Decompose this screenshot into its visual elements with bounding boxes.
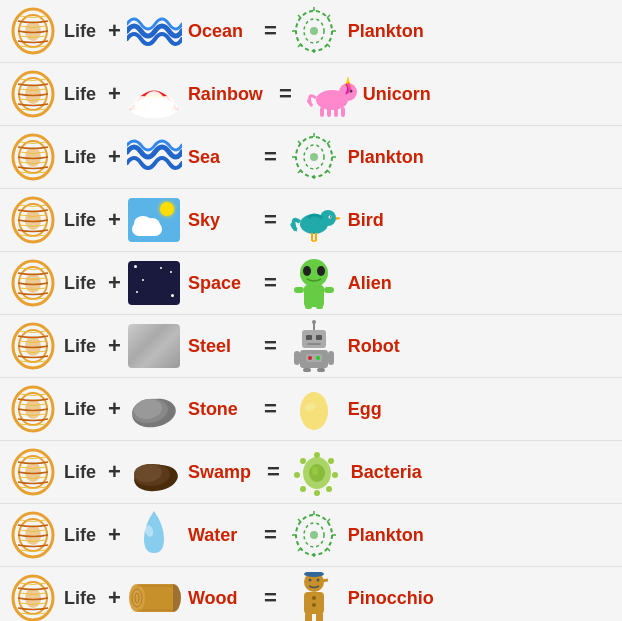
life-label-ocean: Life	[64, 21, 96, 42]
life-label-sky: Life	[64, 210, 96, 231]
life-icon-wood	[8, 573, 58, 621]
svg-line-40	[327, 141, 330, 144]
egg-icon	[287, 384, 342, 434]
svg-line-121	[327, 548, 330, 551]
row-rainbow: Life + Rainbow	[0, 63, 622, 126]
svg-point-73	[312, 320, 316, 324]
svg-point-54	[330, 216, 332, 218]
water-label: Water	[188, 525, 248, 546]
plankton-icon-1	[287, 6, 342, 56]
svg-point-138	[309, 579, 312, 582]
svg-line-44	[298, 170, 301, 173]
svg-rect-141	[307, 572, 321, 575]
plus-swamp: +	[108, 459, 121, 485]
svg-rect-29	[320, 107, 324, 117]
equals-sea: =	[264, 144, 277, 170]
plus-rainbow: +	[108, 81, 121, 107]
life-label-stone: Life	[64, 399, 96, 420]
svg-point-103	[332, 472, 338, 478]
svg-point-24	[158, 96, 174, 112]
svg-rect-76	[316, 335, 322, 340]
svg-point-62	[303, 266, 311, 276]
plus-space: +	[108, 270, 121, 296]
wood-icon	[127, 573, 182, 621]
svg-rect-84	[303, 368, 311, 372]
life-label-rainbow: Life	[64, 84, 96, 105]
svg-rect-75	[306, 335, 312, 340]
svg-point-63	[317, 266, 325, 276]
ocean-icon	[127, 6, 182, 56]
row-ocean: Life + Ocean =	[0, 0, 622, 63]
svg-point-131	[129, 584, 145, 612]
life-label-swamp: Life	[64, 462, 96, 483]
equals-sky: =	[264, 207, 277, 233]
svg-point-38	[310, 153, 318, 161]
plus-sky: +	[108, 207, 121, 233]
row-swamp: Life + Swamp =	[0, 441, 622, 504]
svg-marker-52	[336, 217, 340, 220]
svg-rect-31	[334, 107, 338, 117]
svg-point-104	[326, 486, 332, 492]
svg-point-92	[300, 392, 328, 430]
stone-label: Stone	[188, 399, 248, 420]
svg-line-123	[298, 548, 301, 551]
life-icon-sky	[8, 195, 58, 245]
ocean-label: Ocean	[188, 21, 248, 42]
steel-label: Steel	[188, 336, 248, 357]
equals-stone: =	[264, 396, 277, 422]
svg-line-42	[327, 170, 330, 173]
pinocchio-icon	[287, 573, 342, 621]
plankton-icon-2	[287, 132, 342, 182]
space-icon	[127, 258, 182, 308]
plus-wood: +	[108, 585, 121, 611]
plankton-label-2: Plankton	[348, 147, 424, 168]
sea-label: Sea	[188, 147, 248, 168]
svg-point-107	[294, 472, 300, 478]
svg-point-143	[312, 596, 316, 600]
plankton-label-3: Plankton	[348, 525, 424, 546]
row-stone: Life + Stone = Egg	[0, 378, 622, 441]
svg-line-13	[298, 15, 301, 18]
swamp-icon	[127, 447, 182, 497]
row-steel: Life + Steel =	[0, 315, 622, 378]
svg-line-119	[327, 519, 330, 522]
robot-label: Robot	[348, 336, 400, 357]
row-wood: Life + Wood =	[0, 567, 622, 621]
plus-water: +	[108, 522, 121, 548]
life-icon-rainbow	[8, 69, 58, 119]
equals-water: =	[264, 522, 277, 548]
row-water: Life + Water =	[0, 504, 622, 567]
equals-space: =	[264, 270, 277, 296]
svg-line-11	[298, 44, 301, 47]
plus-sea: +	[108, 144, 121, 170]
rainbow-icon	[127, 69, 182, 119]
plus-stone: +	[108, 396, 121, 422]
equals-wood: =	[264, 585, 277, 611]
main-container: Life + Ocean =	[0, 0, 622, 621]
svg-rect-67	[305, 305, 312, 309]
svg-rect-68	[316, 305, 323, 309]
svg-rect-145	[305, 612, 312, 621]
bird-icon	[287, 195, 342, 245]
svg-rect-32	[341, 107, 345, 117]
svg-line-125	[298, 519, 301, 522]
water-icon	[127, 510, 182, 560]
svg-line-7	[327, 15, 330, 18]
unicorn-icon	[302, 69, 357, 119]
svg-rect-30	[327, 107, 331, 117]
svg-point-51	[320, 210, 336, 226]
life-icon-steel	[8, 321, 58, 371]
svg-line-46	[298, 141, 301, 144]
robot-icon	[287, 321, 342, 371]
equals-ocean: =	[264, 18, 277, 44]
space-label: Space	[188, 273, 248, 294]
sea-icon	[127, 132, 182, 182]
svg-point-101	[314, 452, 320, 458]
svg-line-137	[314, 580, 328, 582]
bird-label: Bird	[348, 210, 384, 231]
svg-point-117	[310, 531, 318, 539]
life-label-space: Life	[64, 273, 96, 294]
pinocchio-label: Pinocchio	[348, 588, 434, 609]
svg-point-102	[328, 458, 334, 464]
life-icon-sea	[8, 132, 58, 182]
